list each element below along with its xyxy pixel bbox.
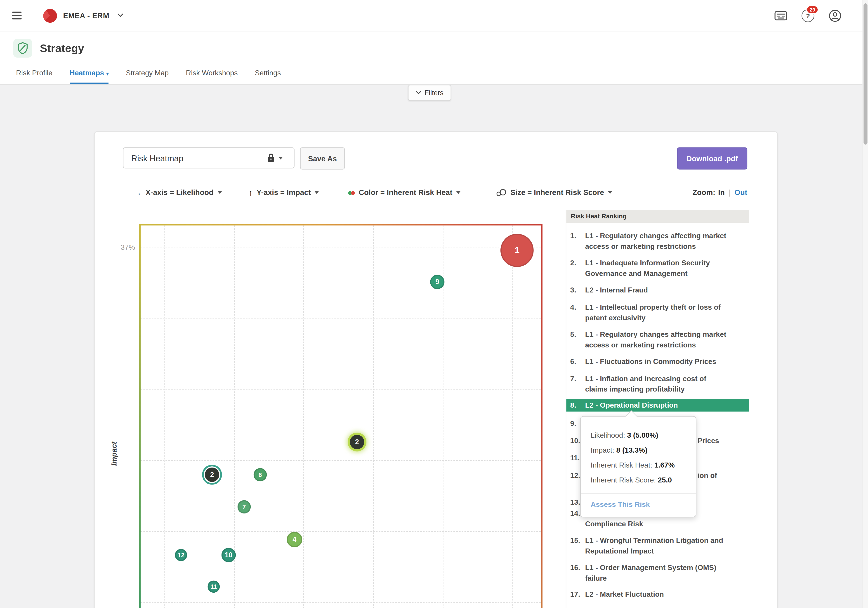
tab-settings[interactable]: Settings — [255, 69, 281, 84]
arrow-up-icon: ↑ — [249, 188, 253, 197]
risk-bubble-1[interactable]: 1 — [501, 234, 534, 267]
ranking-item-2[interactable]: 2.L1 - Inadequate Information Security G… — [566, 252, 749, 279]
page-scrollbar — [863, 0, 868, 608]
notification-badge: 29 — [806, 5, 818, 14]
color-selector[interactable]: Color = Inherent Risk Heat — [348, 177, 461, 208]
plot-border-left — [139, 224, 141, 608]
ranking-item-17[interactable]: 17.L2 - Market Fluctuation — [566, 583, 749, 599]
gridline-vertical — [512, 225, 512, 608]
risk-bubble-7[interactable]: 7 — [237, 500, 251, 513]
risk-bubble-12[interactable]: 12 — [175, 549, 187, 561]
assess-this-risk-link[interactable]: Assess This Risk — [581, 493, 696, 517]
gridline-horizontal — [141, 248, 541, 248]
tab-strategy-map[interactable]: Strategy Map — [126, 69, 169, 84]
risk-bubble-11[interactable]: 11 — [208, 581, 220, 593]
risk-bubble-9[interactable]: 9 — [430, 275, 445, 289]
lock-icon — [267, 153, 274, 162]
company-logo[interactable] — [43, 9, 57, 23]
risk-bubble-4[interactable]: 4 — [287, 532, 302, 547]
ranking-item-1[interactable]: 1.L1 - Regulatory changes affecting mark… — [566, 223, 749, 252]
gridline-vertical — [164, 225, 165, 608]
risk-heatmap-page: EMEA - ERM ? 29 Strategy Risk Profile He… — [0, 0, 868, 608]
ranking-item-number: 1. — [566, 230, 585, 252]
gridline-horizontal — [141, 460, 541, 461]
visibility-lock-dropdown[interactable] — [267, 147, 283, 168]
ranking-item-number: 6. — [566, 356, 585, 367]
filters-chevron-down-icon — [416, 91, 421, 95]
section-header: Strategy Risk Profile Heatmaps▾ Strategy… — [0, 32, 863, 85]
ranking-item-15[interactable]: 15.L1 - Wrongful Termination Litigation … — [566, 529, 749, 556]
account-icon[interactable] — [829, 9, 841, 22]
y-axis-title: Impact — [110, 442, 118, 466]
tab-risk-profile[interactable]: Risk Profile — [16, 69, 53, 84]
ranking-item-text: L1 - Intellectual property theft or loss… — [585, 302, 730, 323]
hamburger-menu-icon[interactable] — [12, 11, 22, 19]
risk-bubble-6[interactable]: 6 — [254, 468, 267, 481]
ranking-item-number: 8. — [566, 400, 585, 411]
ranking-item-5[interactable]: 5.L1 - Regulatory changes affecting mark… — [566, 323, 749, 350]
chart-controls-row: → X-axis = Likelihood ↑ Y-axis = Impact … — [95, 177, 777, 208]
page-title: Strategy — [40, 42, 84, 55]
ranking-item-8[interactable]: 8.L2 - Operational Disruption — [566, 399, 749, 411]
risk-bubble-2[interactable]: 2 — [350, 435, 364, 449]
risk-tooltip: Likelihood: 3 (5.00%)Impact: 8 (13.3%)In… — [580, 416, 696, 517]
ranking-item-text: L2 - Market Fluctuation — [585, 589, 730, 599]
ranking-list: 1.L1 - Regulatory changes affecting mark… — [566, 223, 749, 599]
tab-heatmaps[interactable]: Heatmaps▾ — [70, 69, 109, 84]
gridline-horizontal — [141, 531, 541, 532]
tooltip-row: Inherent Risk Score: 25.0 — [581, 473, 696, 487]
ranking-item-4[interactable]: 4.L1 - Intellectual property theft or lo… — [566, 295, 749, 323]
x-axis-caret-icon — [217, 191, 222, 194]
heatmaps-caret-icon: ▾ — [106, 71, 109, 76]
x-axis-selector[interactable]: → X-axis = Likelihood — [133, 177, 222, 208]
color-caret-icon — [456, 191, 461, 194]
ranking-item-text: L1 - Inadequate Information Security Gov… — [585, 258, 730, 279]
ranking-panel-title: Risk Heat Ranking — [566, 210, 749, 223]
scrollbar-thumb[interactable] — [863, 3, 867, 145]
keyboard-icon[interactable] — [774, 11, 787, 20]
ranking-item-text: Prices — [698, 435, 719, 446]
ranking-item-16[interactable]: 16.L1 - Order Management System (OMS) fa… — [566, 556, 749, 583]
gridline-vertical — [373, 225, 374, 608]
download-pdf-button[interactable]: Download .pdf — [677, 147, 747, 169]
workspace-name[interactable]: EMEA - ERM — [63, 0, 109, 32]
workspace-chevron-down-icon[interactable] — [117, 13, 123, 17]
filters-button[interactable]: Filters — [408, 85, 451, 101]
ranking-item-text: L2 - Operational Disruption — [585, 400, 730, 411]
ranking-item-number: 5. — [566, 329, 585, 350]
ranking-item-text: L2 - Internal Fraud — [585, 285, 730, 295]
ranking-item-number: 16. — [566, 562, 585, 583]
tooltip-row: Impact: 8 (13.3%) — [581, 443, 696, 457]
zoom-out-link[interactable]: Out — [735, 188, 747, 197]
ranking-item-text: L1 - Wrongful Termination Litigation and… — [585, 535, 730, 556]
ranking-item-number: 3. — [566, 285, 585, 295]
ranking-item-text: L1 - Order Management System (OMS) failu… — [585, 562, 730, 583]
help-icon[interactable]: ? 29 — [801, 9, 814, 22]
arrow-right-icon: → — [133, 188, 142, 197]
save-as-button[interactable]: Save As — [300, 147, 345, 169]
ranking-item-3[interactable]: 3.L2 - Internal Fraud — [566, 279, 749, 295]
ranking-item-text: L1 - Fluctuations in Commodity Prices — [585, 356, 730, 367]
ranking-item-number: 7. — [566, 373, 585, 395]
tab-bar: Risk Profile Heatmaps▾ Strategy Map Risk… — [16, 69, 281, 84]
ranking-item-7[interactable]: 7.L1 - Inflation and increasing cost of … — [566, 367, 749, 394]
risk-heat-ranking-panel: Risk Heat Ranking 1.L1 - Regulatory chan… — [566, 210, 749, 608]
ranking-item-text: L1 - Regulatory changes affecting market… — [585, 329, 730, 350]
ranking-item-6[interactable]: 6.L1 - Fluctuations in Commodity Prices — [566, 350, 749, 367]
risk-bubble-2[interactable]: 2 — [205, 468, 219, 482]
zoom-in-link[interactable]: In — [718, 188, 725, 197]
ranking-item-number: 2. — [566, 258, 585, 279]
ranking-item-number: 4. — [566, 302, 585, 323]
color-dots-icon — [348, 188, 355, 197]
lock-caret-icon — [279, 157, 283, 159]
gridline-horizontal — [141, 602, 541, 603]
main-content: Filters Save As Download .pdf → X-axis =… — [0, 85, 863, 608]
size-selector[interactable]: Size = Inherent Risk Score — [496, 177, 612, 208]
plot-border-right — [541, 224, 542, 608]
risk-bubble-10[interactable]: 10 — [222, 548, 236, 562]
size-caret-icon — [608, 191, 612, 194]
heatmap-card: Save As Download .pdf → X-axis = Likelih… — [94, 131, 778, 608]
ranking-item-number: 17. — [566, 589, 585, 599]
tab-risk-workshops[interactable]: Risk Workshops — [186, 69, 237, 84]
y-axis-selector[interactable]: ↑ Y-axis = Impact — [249, 177, 319, 208]
